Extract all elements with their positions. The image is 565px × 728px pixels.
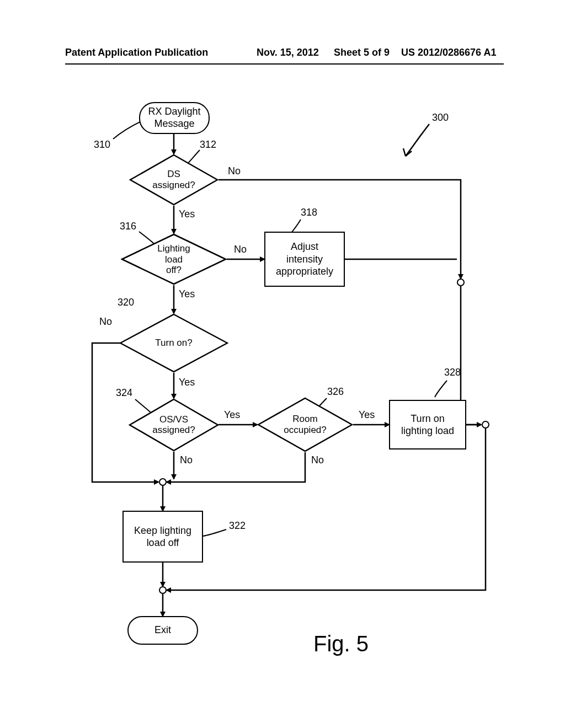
ref-324: 324 xyxy=(116,387,132,399)
junction-4 xyxy=(159,586,167,594)
ref-318: 318 xyxy=(301,207,317,218)
branch-osvs-no: No xyxy=(180,454,193,466)
flowchart-canvas: RX Daylight Message DS assigned? Lightin… xyxy=(0,0,565,728)
decision-ds-label: DS assigned? xyxy=(152,169,195,190)
branch-osvs-yes: Yes xyxy=(224,409,240,421)
decision-room-label: Room occupied? xyxy=(284,414,327,435)
decision-turnon-label: Turn on? xyxy=(155,338,192,349)
branch-room-no: No xyxy=(311,454,324,466)
ref-322: 322 xyxy=(229,520,246,532)
process-turn-on: Turn on lighting load xyxy=(389,400,466,449)
branch-off-yes: Yes xyxy=(179,288,195,300)
branch-ds-yes: Yes xyxy=(179,208,195,220)
junction-1 xyxy=(457,279,465,286)
decision-ds-assigned: DS assigned? xyxy=(129,154,218,206)
branch-ds-no: No xyxy=(228,165,241,177)
flow-lines xyxy=(0,0,565,728)
terminator-exit-label: Exit xyxy=(154,624,171,636)
branch-off-no: No xyxy=(234,244,247,255)
process-adjust-label: Adjust intensity appropriately xyxy=(276,240,333,278)
ref-310: 310 xyxy=(94,139,110,151)
branch-room-yes: Yes xyxy=(359,409,375,421)
process-adjust: Adjust intensity appropriately xyxy=(264,232,345,287)
process-turn-on-label: Turn on lighting load xyxy=(401,413,454,437)
branch-turnon-yes: Yes xyxy=(179,377,195,388)
process-keep-off-label: Keep lighting load off xyxy=(134,524,191,549)
terminator-start-label: RX Daylight Message xyxy=(148,106,200,130)
ref-312: 312 xyxy=(200,139,216,151)
decision-turn-on: Turn on? xyxy=(119,313,228,373)
decision-lighting-off: Lighting load off? xyxy=(121,233,227,285)
figure-label: Fig. 5 xyxy=(313,631,369,656)
terminator-exit: Exit xyxy=(127,616,198,645)
ref-320: 320 xyxy=(118,297,134,308)
junction-3 xyxy=(159,478,167,486)
decision-lighting-label: Lighting load off? xyxy=(147,243,200,276)
ref-328: 328 xyxy=(444,367,461,378)
ref-316: 316 xyxy=(120,221,136,232)
ref-326: 326 xyxy=(327,386,344,398)
branch-turnon-no: No xyxy=(99,316,112,328)
decision-osvs: OS/VS assigned? xyxy=(129,398,219,452)
decision-osvs-label: OS/VS assigned? xyxy=(152,414,195,436)
terminator-start: RX Daylight Message xyxy=(139,102,210,134)
ref-300: 300 xyxy=(432,112,449,124)
process-keep-off: Keep lighting load off xyxy=(122,511,203,563)
junction-2 xyxy=(482,421,489,429)
decision-room: Room occupied? xyxy=(257,397,353,452)
